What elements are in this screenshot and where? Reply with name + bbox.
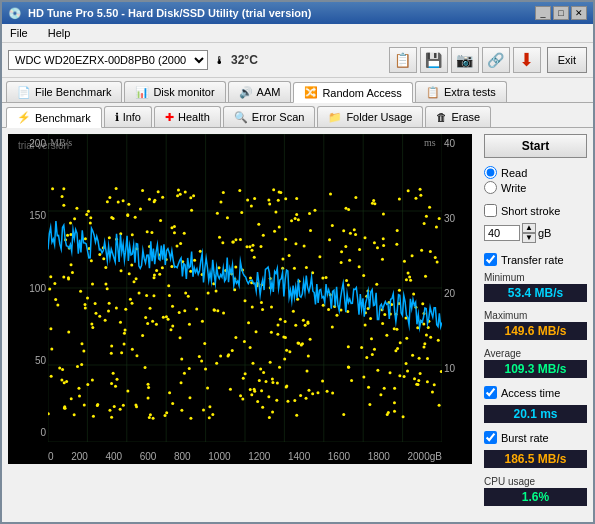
title-icon: 💿 xyxy=(8,7,22,20)
minimum-value: 53.4 MB/s xyxy=(484,284,587,302)
stroke-unit: gB xyxy=(538,227,551,239)
toolbar: WDC WD20EZRX-00D8PB0 (2000 gB) 🌡 32°C 📋 … xyxy=(2,43,593,78)
access-time-checkbox-label[interactable]: Access time xyxy=(484,386,587,399)
error-scan-icon: 🔍 xyxy=(234,111,248,124)
menu-help[interactable]: Help xyxy=(44,26,75,40)
toolbar-icons: 📋 💾 📷 🔗 ⬇ xyxy=(389,47,541,73)
random-access-icon: 🔀 xyxy=(304,86,318,99)
maximum-stat: Maximum 149.6 MB/s xyxy=(484,310,587,340)
spinbox-up-button[interactable]: ▲ xyxy=(522,223,536,233)
tab-aam[interactable]: 🔊 AAM xyxy=(228,81,292,102)
maximum-label: Maximum xyxy=(484,310,587,321)
icon-btn-2[interactable]: 💾 xyxy=(420,47,448,73)
extra-tests-icon: 📋 xyxy=(426,86,440,99)
chart-canvas-container xyxy=(48,134,442,442)
side-panel: Start Read Write Short stroke ▲ xyxy=(478,128,593,516)
disk-monitor-icon: 📊 xyxy=(135,86,149,99)
y-axis-right: 40 30 20 10 xyxy=(442,134,472,442)
access-time-stat: 20.1 ms xyxy=(484,405,587,423)
burst-rate-checkbox-label[interactable]: Burst rate xyxy=(484,431,587,444)
tab-health[interactable]: ✚ Health xyxy=(154,106,221,127)
tab-file-benchmark[interactable]: 📄 File Benchmark xyxy=(6,81,122,102)
exit-button[interactable]: Exit xyxy=(547,47,587,73)
folder-usage-icon: 📁 xyxy=(328,111,342,124)
spinbox-down-button[interactable]: ▼ xyxy=(522,233,536,243)
write-radio[interactable] xyxy=(484,181,497,194)
access-time-value: 20.1 ms xyxy=(484,405,587,423)
x-axis-bottom: 0 200 400 600 800 1000 1200 1400 1600 18… xyxy=(48,449,442,464)
tabs-row2: ⚡ Benchmark ℹ Info ✚ Health 🔍 Error Scan… xyxy=(2,103,593,128)
menu-file[interactable]: File xyxy=(6,26,32,40)
info-icon: ℹ xyxy=(115,111,119,124)
short-stroke-label[interactable]: Short stroke xyxy=(484,204,587,217)
stroke-spinbox[interactable] xyxy=(484,225,520,241)
tab-error-scan[interactable]: 🔍 Error Scan xyxy=(223,106,316,127)
average-value: 109.3 MB/s xyxy=(484,360,587,378)
benchmark-chart xyxy=(48,134,442,442)
minimum-stat: Minimum 53.4 MB/s xyxy=(484,272,587,302)
tabs-row1: 📄 File Benchmark 📊 Disk monitor 🔊 AAM 🔀 … xyxy=(2,78,593,103)
tab-disk-monitor[interactable]: 📊 Disk monitor xyxy=(124,81,225,102)
tab-benchmark[interactable]: ⚡ Benchmark xyxy=(6,107,102,128)
burst-rate-checkbox[interactable] xyxy=(484,431,497,444)
health-icon: ✚ xyxy=(165,111,174,124)
maximum-value: 149.6 MB/s xyxy=(484,322,587,340)
temperature-display: 32°C xyxy=(231,53,258,67)
tab-erase[interactable]: 🗑 Erase xyxy=(425,106,491,127)
main-window: 💿 HD Tune Pro 5.50 - Hard Disk/SSD Utili… xyxy=(0,0,595,524)
menu-bar: File Help xyxy=(2,24,593,43)
file-benchmark-icon: 📄 xyxy=(17,86,31,99)
write-radio-label[interactable]: Write xyxy=(484,181,587,194)
chart-area: trial version 200 150 100 50 0 40 30 20 … xyxy=(8,134,472,464)
burst-rate-stat: 186.5 MB/s xyxy=(484,450,587,468)
maximize-button[interactable]: □ xyxy=(553,6,569,20)
aam-icon: 🔊 xyxy=(239,86,253,99)
short-stroke-checkbox[interactable] xyxy=(484,204,497,217)
window-title: HD Tune Pro 5.50 - Hard Disk/SSD Utility… xyxy=(28,7,311,19)
tab-random-access[interactable]: 🔀 Random Access xyxy=(293,82,412,103)
main-content: trial version 200 150 100 50 0 40 30 20 … xyxy=(2,128,593,516)
title-bar-buttons: _ □ ✕ xyxy=(535,6,587,20)
cpu-usage-label: CPU usage xyxy=(484,476,587,487)
spinbox-buttons: ▲ ▼ xyxy=(522,223,536,243)
tab-extra-tests[interactable]: 📋 Extra tests xyxy=(415,81,507,102)
read-write-group: Read Write xyxy=(484,166,587,194)
cpu-usage-value: 1.6% xyxy=(484,488,587,506)
average-label: Average xyxy=(484,348,587,359)
stroke-spinbox-row: ▲ ▼ gB xyxy=(484,223,587,243)
y-axis-left: 200 150 100 50 0 xyxy=(8,134,48,442)
drive-select[interactable]: WDC WD20EZRX-00D8PB0 (2000 gB) xyxy=(8,50,208,70)
minimum-label: Minimum xyxy=(484,272,587,283)
title-bar: 💿 HD Tune Pro 5.50 - Hard Disk/SSD Utili… xyxy=(2,2,593,24)
thermometer-icon: 🌡 xyxy=(214,54,225,66)
transfer-rate-checkbox[interactable] xyxy=(484,253,497,266)
cpu-usage-stat: CPU usage 1.6% xyxy=(484,476,587,506)
icon-btn-3[interactable]: 📷 xyxy=(451,47,479,73)
icon-btn-5[interactable]: ⬇ xyxy=(513,47,541,73)
tab-info[interactable]: ℹ Info xyxy=(104,106,152,127)
average-stat: Average 109.3 MB/s xyxy=(484,348,587,378)
icon-btn-1[interactable]: 📋 xyxy=(389,47,417,73)
read-radio-label[interactable]: Read xyxy=(484,166,587,179)
read-radio[interactable] xyxy=(484,166,497,179)
close-button[interactable]: ✕ xyxy=(571,6,587,20)
access-time-checkbox[interactable] xyxy=(484,386,497,399)
erase-icon: 🗑 xyxy=(436,111,447,123)
start-button[interactable]: Start xyxy=(484,134,587,158)
icon-btn-4[interactable]: 🔗 xyxy=(482,47,510,73)
benchmark-icon: ⚡ xyxy=(17,111,31,124)
burst-rate-value: 186.5 MB/s xyxy=(484,450,587,468)
transfer-rate-checkbox-label[interactable]: Transfer rate xyxy=(484,253,587,266)
tab-folder-usage[interactable]: 📁 Folder Usage xyxy=(317,106,423,127)
minimize-button[interactable]: _ xyxy=(535,6,551,20)
